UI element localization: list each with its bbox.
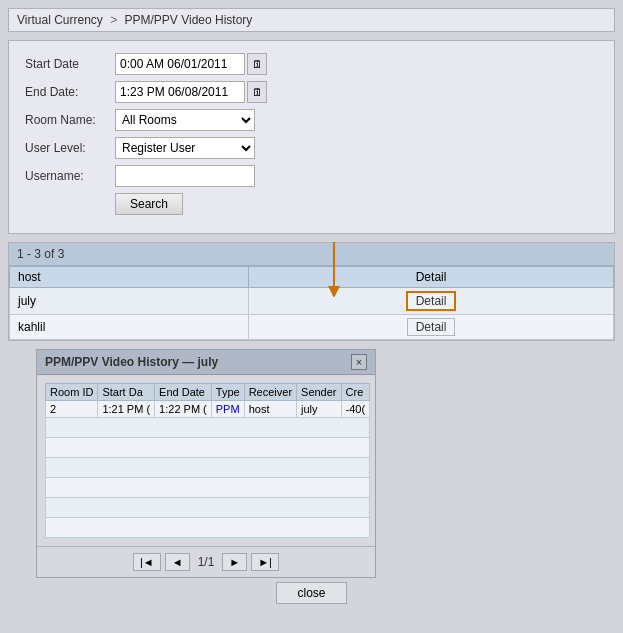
results-header-row: host Detail [10, 267, 614, 288]
modal-close-button[interactable]: × [351, 354, 367, 370]
detail-button-july[interactable]: Detail [406, 291, 457, 311]
detail-table: Room ID Start Da End Date Type Receiver … [45, 383, 370, 538]
col-end-date: End Date [155, 384, 212, 401]
form-panel: Start Date 🗓 End Date: 🗓 Room Name: All … [8, 40, 615, 234]
cell-host: kahlil [10, 315, 249, 340]
detail-table-row [46, 518, 370, 538]
modal-content: Room ID Start Da End Date Type Receiver … [37, 375, 375, 546]
table-row: kahlil Detail [10, 315, 614, 340]
end-date-row: End Date: 🗓 [25, 81, 598, 103]
col-receiver: Receiver [244, 384, 296, 401]
breadcrumb-root: Virtual Currency [17, 13, 103, 27]
detail-table-row [46, 498, 370, 518]
col-room-id: Room ID [46, 384, 98, 401]
pagination-next-button[interactable]: ► [222, 553, 247, 571]
cell-cre: -40( [341, 401, 370, 418]
detail-table-row [46, 478, 370, 498]
cell-detail-kahlil: Detail [249, 315, 614, 340]
username-row: Username: [25, 165, 598, 187]
cell-host: july [10, 288, 249, 315]
cell-empty [46, 498, 370, 518]
username-label: Username: [25, 169, 115, 183]
cell-detail-july: Detail [249, 288, 614, 315]
user-level-row: User Level: Register User [25, 137, 598, 159]
detail-header-row: Room ID Start Da End Date Type Receiver … [46, 384, 370, 401]
cell-empty [46, 438, 370, 458]
end-date-field: 🗓 [115, 81, 267, 103]
detail-table-row [46, 458, 370, 478]
room-name-field: All Rooms [115, 109, 255, 131]
start-date-label: Start Date [25, 57, 115, 71]
breadcrumb: Virtual Currency > PPM/PPV Video History [8, 8, 615, 32]
detail-button-kahlil[interactable]: Detail [407, 318, 456, 336]
col-host: host [10, 267, 249, 288]
col-detail: Detail [249, 267, 614, 288]
room-name-label: Room Name: [25, 113, 115, 127]
col-cre: Cre [341, 384, 370, 401]
results-area: 1 - 3 of 3 host Detail july Detail [8, 242, 615, 604]
cell-empty [46, 478, 370, 498]
cell-empty [46, 518, 370, 538]
end-date-label: End Date: [25, 85, 115, 99]
results-summary: 1 - 3 of 3 [9, 243, 614, 266]
modal-box: PPM/PPV Video History — july × Room ID S… [36, 349, 376, 578]
start-date-row: Start Date 🗓 [25, 53, 598, 75]
cell-receiver: host [244, 401, 296, 418]
detail-table-row: 2 1:21 PM ( 1:22 PM ( PPM host july -40( [46, 401, 370, 418]
breadcrumb-separator: > [110, 13, 117, 27]
close-button[interactable]: close [276, 582, 346, 604]
pagination-first-button[interactable]: |◄ [133, 553, 161, 571]
username-input[interactable] [115, 165, 255, 187]
room-name-row: Room Name: All Rooms [25, 109, 598, 131]
results-table: host Detail july Detail kahlil Deta [9, 266, 614, 340]
page-wrapper: Virtual Currency > PPM/PPV Video History… [0, 0, 623, 633]
room-name-select[interactable]: All Rooms [115, 109, 255, 131]
col-type: Type [211, 384, 244, 401]
user-level-field: Register User [115, 137, 255, 159]
detail-table-row [46, 418, 370, 438]
cell-sender: july [297, 401, 341, 418]
start-date-input[interactable] [115, 53, 245, 75]
breadcrumb-current: PPM/PPV Video History [125, 13, 253, 27]
username-field [115, 165, 255, 187]
user-level-select[interactable]: Register User [115, 137, 255, 159]
col-sender: Sender [297, 384, 341, 401]
end-date-calendar-btn[interactable]: 🗓 [247, 81, 267, 103]
table-row: july Detail [10, 288, 614, 315]
cell-room-id: 2 [46, 401, 98, 418]
pagination-info: 1/1 [198, 555, 215, 569]
end-date-input[interactable] [115, 81, 245, 103]
modal-overlay: PPM/PPV Video History — july × Room ID S… [16, 349, 607, 604]
start-date-calendar-btn[interactable]: 🗓 [247, 53, 267, 75]
col-start-date: Start Da [98, 384, 155, 401]
cell-empty [46, 458, 370, 478]
modal-footer: |◄ ◄ 1/1 ► ►| [37, 546, 375, 577]
search-row: Search [25, 193, 598, 215]
detail-table-row [46, 438, 370, 458]
pagination-last-button[interactable]: ►| [251, 553, 279, 571]
results-panel: 1 - 3 of 3 host Detail july Detail [8, 242, 615, 341]
pagination-prev-button[interactable]: ◄ [165, 553, 190, 571]
start-date-field: 🗓 [115, 53, 267, 75]
user-level-label: User Level: [25, 141, 115, 155]
cell-start: 1:21 PM ( [98, 401, 155, 418]
cell-type: PPM [211, 401, 244, 418]
search-button[interactable]: Search [115, 193, 183, 215]
modal-title: PPM/PPV Video History — july [45, 355, 218, 369]
cell-empty [46, 418, 370, 438]
modal-titlebar: PPM/PPV Video History — july × [37, 350, 375, 375]
cell-end: 1:22 PM ( [155, 401, 212, 418]
